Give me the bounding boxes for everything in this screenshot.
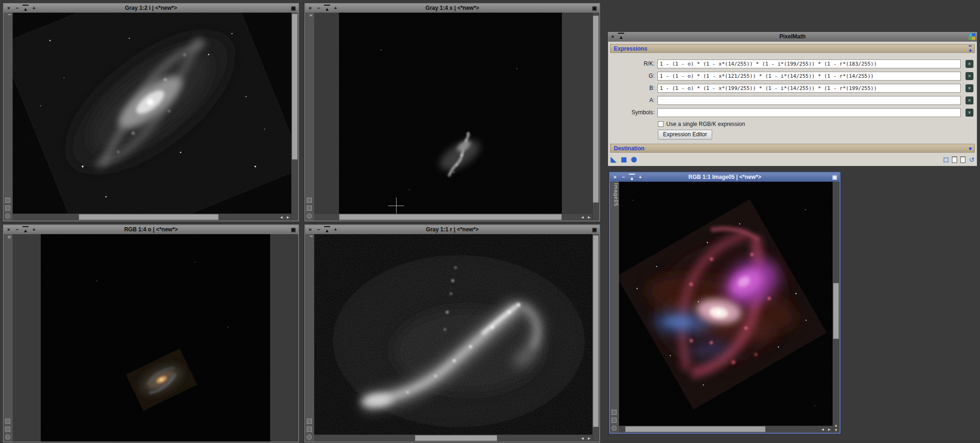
scroll-right-icon[interactable]: ▸ [586,436,592,441]
strip-icon[interactable] [307,435,312,440]
symbols-input[interactable] [657,108,961,117]
fit-window-icon[interactable]: ▣ [591,4,597,13]
load-instance-icon[interactable] [960,156,965,163]
vscroll-thumb[interactable] [593,235,599,427]
image-surface[interactable] [41,234,270,442]
image-view-i[interactable] [13,13,291,214]
close-icon[interactable]: × [307,225,313,234]
scroll-left-icon[interactable]: ◂ [820,427,825,432]
zoom-icon[interactable]: + [332,225,339,234]
hscroll-thumb[interactable] [79,214,219,220]
pixelmath-titlebar[interactable]: × ▴ PixelMath [608,32,977,42]
pixelmath-dialog[interactable]: × ▴ PixelMath Expressions ▴ R/K: × G: × … [607,31,978,167]
strip-icon[interactable] [307,427,312,432]
image-window-image05[interactable]: × − ▴ + RGB 1:1 Image05 | <*new*> ▣ Imag… [609,171,841,434]
reset-icon[interactable]: ↺ [969,156,974,163]
strip-icon[interactable] [612,426,617,431]
destination-section-header[interactable]: Destination ▾ [610,144,975,153]
close-icon[interactable]: × [307,4,313,13]
rk-clear-button[interactable]: × [965,60,973,68]
iconize-icon[interactable]: − [14,225,20,234]
expressions-section-header[interactable]: Expressions ▴ [610,44,975,53]
a-expression-input[interactable] [657,96,961,105]
zoom-icon[interactable]: + [332,4,339,13]
titlebar-i[interactable]: × − ▴ + Gray 1:2 i | <*new*> ▣ [4,4,298,13]
new-instance-icon[interactable] [611,157,617,163]
horizontal-scrollbar[interactable]: ◂ ▸ [13,214,291,221]
scroll-left-icon[interactable]: ◂ [580,214,585,220]
image-window-i[interactable]: × − ▴ + Gray 1:2 i | <*new*> ▣ i [2,2,300,222]
image-window-x[interactable]: × − ▴ + Gray 1:4 x | <*new*> ▣ x [304,2,601,222]
zoom-icon[interactable]: + [637,173,643,182]
image-window-r[interactable]: × − ▴ + Gray 1:1 r | <*new*> ▣ r [304,224,601,443]
shade-icon[interactable]: ▴ [629,174,635,182]
image-view-image05[interactable] [619,182,833,426]
fit-window-icon[interactable]: ▣ [290,225,296,234]
a-clear-button[interactable]: × [965,96,973,104]
scroll-up-icon[interactable]: ▴ [835,423,837,428]
fit-window-icon[interactable]: ▣ [832,173,838,182]
strip-icon[interactable] [612,410,617,415]
strip-icon[interactable] [5,427,10,432]
strip-icon[interactable] [307,419,312,424]
strip-icon[interactable] [5,419,10,424]
titlebar-x[interactable]: × − ▴ + Gray 1:4 x | <*new*> ▣ [305,4,599,13]
scroll-down-icon[interactable]: ▾ [835,428,837,432]
strip-icon[interactable] [307,206,312,211]
fit-window-icon[interactable]: ▣ [591,225,597,234]
close-icon[interactable]: × [6,4,12,13]
b-clear-button[interactable]: × [965,84,973,92]
apply-global-icon[interactable] [631,157,637,162]
strip-icon[interactable] [5,214,10,219]
image-window-o[interactable]: × − ▴ + RGB 1:4 o | <*new*> ▣ o [2,224,300,443]
vscroll-thumb[interactable] [833,283,839,339]
vertical-scrollbar[interactable] [592,13,599,221]
b-expression-input[interactable] [657,84,961,93]
fit-window-icon[interactable]: ▣ [290,4,296,13]
expand-section-icon[interactable]: ▾ [969,144,972,153]
strip-icon[interactable] [307,198,312,203]
zoom-icon[interactable]: + [31,225,37,234]
image-view-o[interactable] [13,234,298,442]
shade-icon[interactable]: ▴ [618,33,624,41]
close-icon[interactable]: × [612,173,618,182]
vertical-scrollbar[interactable]: ▴ ▾ [833,182,840,433]
iconize-icon[interactable]: − [316,225,322,234]
g-clear-button[interactable]: × [965,72,973,80]
titlebar-image05[interactable]: × − ▴ + RGB 1:1 Image05 | <*new*> ▣ [610,173,840,182]
scroll-right-icon[interactable]: ▸ [586,214,592,220]
vscroll-thumb[interactable] [593,15,599,203]
horizontal-scrollbar[interactable]: ◂ ▸ [314,435,592,442]
scroll-left-icon[interactable]: ◂ [580,436,585,441]
horizontal-scrollbar[interactable]: ◂ ▸ [619,426,833,433]
iconize-icon[interactable]: − [14,4,20,13]
symbols-clear-button[interactable]: × [965,109,973,117]
close-icon[interactable]: × [6,225,12,234]
expression-editor-button[interactable]: Expression Editor [658,130,712,140]
rk-expression-input[interactable] [657,59,961,68]
scroll-right-icon[interactable]: ▸ [285,214,291,220]
strip-icon[interactable] [307,214,312,219]
apply-icon[interactable] [621,157,626,162]
iconize-icon[interactable]: − [316,4,322,13]
strip-icon[interactable] [5,198,10,203]
shade-icon[interactable]: ▴ [22,226,29,234]
shade-icon[interactable]: ▴ [324,226,330,234]
zoom-icon[interactable]: + [31,4,37,13]
image-view-x[interactable] [314,13,592,214]
titlebar-r[interactable]: × − ▴ + Gray 1:1 r | <*new*> ▣ [305,225,599,234]
browse-documentation-icon[interactable] [952,156,957,163]
vscroll-thumb[interactable] [292,14,298,160]
image-view-r[interactable] [314,234,592,435]
iconize-icon[interactable]: − [620,173,626,182]
close-icon[interactable]: × [610,32,616,42]
image-surface[interactable] [339,13,562,214]
vertical-scrollbar[interactable] [291,13,298,221]
single-rgbk-checkbox[interactable] [658,121,663,127]
scroll-right-icon[interactable]: ▸ [826,427,832,432]
shade-icon[interactable]: ▴ [22,5,29,13]
hscroll-thumb[interactable] [625,426,766,432]
strip-icon[interactable] [612,418,617,423]
real-time-preview-icon[interactable] [943,157,949,162]
hscroll-thumb[interactable] [339,214,562,220]
